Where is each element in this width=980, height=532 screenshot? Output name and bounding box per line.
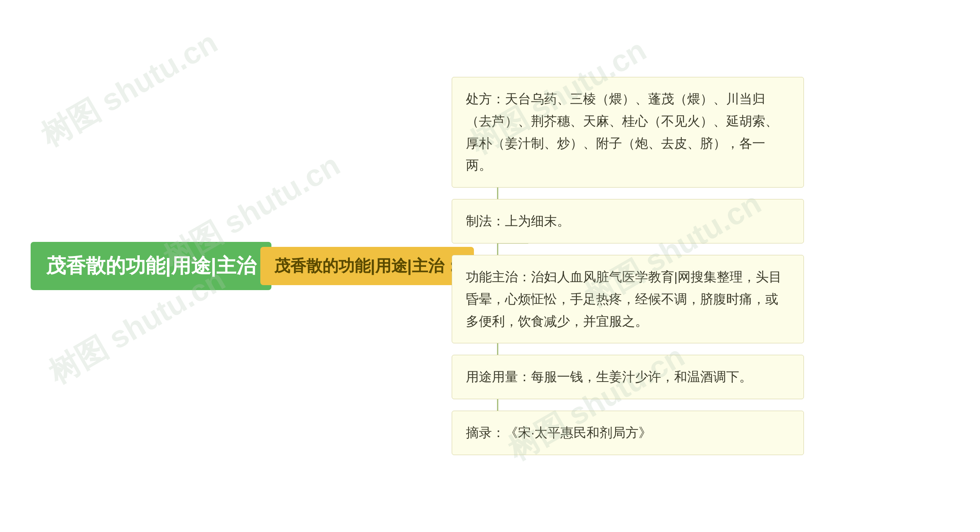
watermark-1: 树图 shutu.cn — [34, 22, 225, 157]
detail-card-source: 摘录：《宋·太平惠民和剂局方》 — [452, 411, 804, 455]
card-function-text: 功能主治：治妇人血风脏气医学教育|网搜集整理，头目昏晕，心烦怔忪，手足热疼，经候… — [466, 269, 782, 328]
card-prescription-text: 处方：天台乌药、三棱（煨）、蓬茂（煨）、川当归（去芦）、荆芥穗、天麻、桂心（不见… — [466, 91, 778, 172]
detail-card-preparation: 制法：上为细末。 — [452, 199, 804, 243]
root-node-label: 茂香散的功能|用途|主治 — [46, 255, 256, 277]
detail-card-function: 功能主治：治妇人血风脏气医学教育|网搜集整理，头目昏晕，心烦怔忪，手足热疼，经候… — [452, 255, 804, 343]
middle-node: 茂香散的功能|用途|主治： — [260, 247, 474, 285]
card-source-text: 摘录：《宋·太平惠民和剂局方》 — [466, 425, 652, 440]
right-nodes-container: 处方：天台乌药、三棱（煨）、蓬茂（煨）、川当归（去芦）、荆芥穗、天麻、桂心（不见… — [452, 77, 804, 455]
middle-node-label: 茂香散的功能|用途|主治： — [274, 257, 460, 275]
detail-card-dosage: 用途用量：每服一钱，生姜汁少许，和温酒调下。 — [452, 355, 804, 399]
root-node: 茂香散的功能|用途|主治 — [31, 242, 271, 290]
card-preparation-text: 制法：上为细末。 — [466, 214, 570, 228]
card-dosage-text: 用途用量：每服一钱，生姜汁少许，和温酒调下。 — [466, 369, 752, 384]
detail-card-prescription: 处方：天台乌药、三棱（煨）、蓬茂（煨）、川当归（去芦）、荆芥穗、天麻、桂心（不见… — [452, 77, 804, 188]
